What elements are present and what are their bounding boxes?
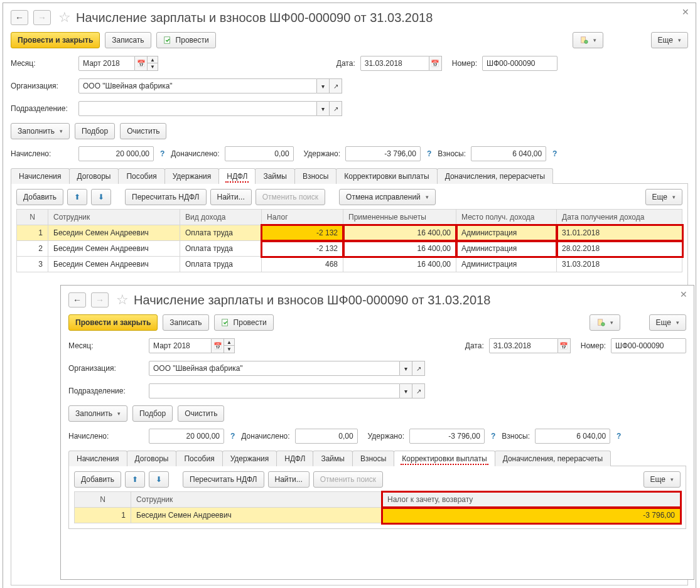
svg-rect-3 [222,319,227,326]
recalc-ndfl-button[interactable]: Пересчитать НДФЛ [183,471,264,488]
find-button[interactable]: Найти... [210,189,252,205]
table-row[interactable]: 1 Беседин Семен Андреевич Оплата труда -… [17,225,682,241]
ndfl-grid[interactable]: N Сотрудник Вид дохода Налог Примененные… [16,209,682,272]
undo-corrections-button[interactable]: Отмена исправлений▾ [339,189,436,205]
tab-bar: Начисления Договоры Пособия Удержания НД… [68,450,686,466]
tab-benefits[interactable]: Пособия [176,451,222,466]
open-icon[interactable]: ↗ [412,361,425,376]
pick-button[interactable]: Подбор [132,405,173,422]
dropdown-icon[interactable]: ▾ [400,383,412,398]
help-icon[interactable]: ? [426,149,433,158]
month-spinner[interactable]: ▲▼ [148,56,158,71]
attach-button[interactable]: ▾ [590,314,620,331]
tab-loans[interactable]: Займы [255,168,295,184]
help-icon[interactable]: ? [159,149,166,158]
nav-back-button[interactable]: ← [11,10,28,25]
arrow-up-icon: ⬆ [132,475,138,484]
number-label: Номер: [452,59,477,68]
attach-button[interactable]: ▾ [573,32,603,48]
close-icon[interactable]: ✕ [682,7,689,17]
cancel-search-button[interactable]: Отменить поиск [313,471,383,488]
more-button[interactable]: Еще▾ [651,32,688,48]
clear-button[interactable]: Очистить [120,123,166,139]
tab-ndfl[interactable]: НДФЛ [276,451,313,466]
number-field[interactable]: ШФ00-000090 [482,56,557,71]
dropdown-icon[interactable]: ▾ [317,78,330,94]
table-row[interactable]: 2 Беседин Семен Андреевич Оплата труда -… [17,241,682,257]
open-icon[interactable]: ↗ [330,101,342,116]
favorite-star-icon[interactable]: ☆ [116,292,129,308]
tab-ndfl[interactable]: НДФЛ [218,168,256,184]
corrections-grid[interactable]: N Сотрудник Налог к зачету, возврату 1 Б… [74,491,681,523]
tab-recalc[interactable]: Доначисления, перерасчеты [495,451,611,466]
tab-accruals[interactable]: Начисления [68,451,127,466]
dropdown-icon[interactable]: ▾ [400,361,412,376]
dropdown-icon[interactable]: ▾ [317,101,330,116]
fill-button[interactable]: Заполнить▾ [68,405,127,422]
help-icon[interactable]: ? [229,432,236,441]
clear-button[interactable]: Очистить [178,405,224,422]
calendar-icon[interactable] [135,56,148,71]
tab-corrections[interactable]: Корректировки выплаты [394,451,495,466]
tab-contrib[interactable]: Взносы [294,168,337,184]
save-button[interactable]: Записать [163,314,208,331]
help-icon[interactable]: ? [551,149,558,158]
month-spinner[interactable]: ▲▼ [224,338,235,353]
date-label: Дата: [465,341,484,350]
cancel-search-button[interactable]: Отменить поиск [256,189,325,205]
main-toolbar: Провести и закрыть Записать Провести ▾ Е… [11,32,688,48]
tab-loans[interactable]: Займы [313,451,353,466]
open-icon[interactable]: ↗ [330,78,342,94]
calendar-icon[interactable] [558,338,571,353]
month-field[interactable]: Март 2018 [78,56,135,71]
add-row-button[interactable]: Добавить [16,189,63,205]
org-field[interactable]: ООО "Швейная фабрика" [149,361,400,376]
nav-back-button[interactable]: ← [68,292,86,307]
close-icon[interactable]: ✕ [680,289,687,299]
open-icon[interactable]: ↗ [412,383,425,398]
tab-benefits[interactable]: Пособия [118,168,164,184]
post-icon [163,36,172,45]
add-row-button[interactable]: Добавить [74,471,121,488]
tab-deductions[interactable]: Удержания [164,168,220,184]
move-up-button[interactable]: ⬆ [67,189,87,205]
pick-button[interactable]: Подбор [75,123,115,139]
tab-contracts[interactable]: Договоры [127,451,177,466]
help-icon[interactable]: ? [490,432,497,441]
move-down-button[interactable]: ⬇ [149,471,169,488]
save-button[interactable]: Записать [105,32,151,48]
post-button[interactable]: Провести [214,314,274,331]
more-button[interactable]: Еще▾ [649,314,686,331]
help-icon[interactable]: ? [615,432,622,441]
tab-deductions[interactable]: Удержания [222,451,277,466]
dept-field[interactable] [78,101,317,116]
find-button[interactable]: Найти... [268,471,310,488]
calendar-icon[interactable] [429,56,442,71]
post-and-close-button[interactable]: Провести и закрыть [68,314,158,331]
table-row[interactable]: 3 Беседин Семен Андреевич Оплата труда 4… [17,257,682,272]
calendar-icon[interactable] [212,338,224,353]
fill-button[interactable]: Заполнить▾ [11,123,70,139]
tab-accruals[interactable]: Начисления [11,168,70,184]
nav-forward-button[interactable]: → [91,292,109,307]
table-row[interactable]: 1 Беседин Семен Андреевич -3 796,00 [75,508,681,523]
post-and-close-button[interactable]: Провести и закрыть [11,32,100,48]
date-field[interactable]: 31.03.2018 [489,338,558,353]
nav-forward-button[interactable]: → [33,10,51,25]
grid-more-button[interactable]: Еще▾ [643,471,681,488]
post-button[interactable]: Провести [156,32,216,48]
tab-contracts[interactable]: Договоры [69,168,119,184]
tab-corrections[interactable]: Корректировки выплаты [336,168,437,184]
grid-more-button[interactable]: Еще▾ [645,189,682,205]
favorite-star-icon[interactable]: ☆ [58,9,71,26]
move-down-button[interactable]: ⬇ [91,189,111,205]
tab-contrib[interactable]: Взносы [352,451,394,466]
recalc-ndfl-button[interactable]: Пересчитать НДФЛ [125,189,206,205]
org-field[interactable]: ООО "Швейная фабрика" [78,78,317,94]
move-up-button[interactable]: ⬆ [125,471,145,488]
tab-recalc[interactable]: Доначисления, перерасчеты [437,168,553,184]
dept-field[interactable] [149,383,400,398]
number-field[interactable]: ШФ00-000090 [611,338,686,353]
date-field[interactable]: 31.03.2018 [360,56,429,71]
month-field[interactable]: Март 2018 [149,338,212,353]
